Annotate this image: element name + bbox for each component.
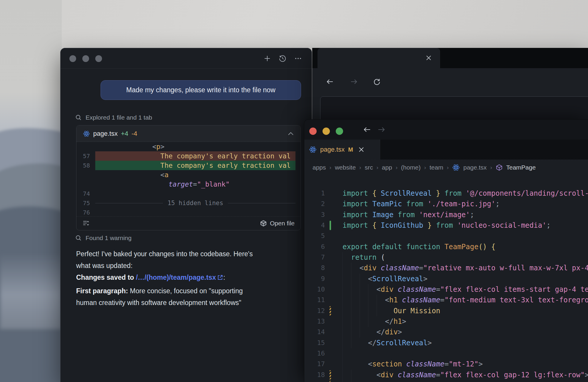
browser-tabstrip xyxy=(312,48,588,68)
breadcrumb-item[interactable]: src xyxy=(365,164,373,171)
activity-explored-label: Explored 1 file and 1 tab xyxy=(86,114,152,121)
diff-row: 57 The company's early traction val xyxy=(76,151,300,161)
line-number: 18 xyxy=(304,370,325,380)
code-line[interactable]: 7 return ( xyxy=(304,252,588,263)
code-line[interactable]: 6export default function TeamPage() { xyxy=(304,242,588,252)
code-line[interactable]: 15 </ScrollReveal> xyxy=(304,338,588,348)
breadcrumb-item[interactable]: website xyxy=(335,164,356,171)
browser-reload-button[interactable] xyxy=(373,78,381,86)
plus-icon xyxy=(263,55,271,62)
window-controls xyxy=(309,128,343,135)
diff-line-number: 75 xyxy=(76,198,90,208)
code-line[interactable]: 18 <div className="flex flex-col gap-12 … xyxy=(304,370,588,380)
history-button[interactable] xyxy=(278,54,287,63)
tab-file-name: page.tsx xyxy=(320,146,345,153)
diff-card-header[interactable]: page.tsx +4 -4 xyxy=(76,125,300,142)
minimize-window-button[interactable] xyxy=(323,128,330,135)
tab-close-button[interactable] xyxy=(425,55,432,61)
code-line[interactable]: 9 <ScrollReveal> xyxy=(304,274,588,284)
open-file-label: Open file xyxy=(270,220,295,227)
chevron-right-icon: › xyxy=(359,164,361,171)
diff-card-footer: Open file xyxy=(76,216,300,230)
expand-lines-button[interactable] xyxy=(82,220,90,227)
search-icon xyxy=(75,114,82,121)
code-text: {/* Main content start */} xyxy=(343,380,495,382)
code-line[interactable]: 5 xyxy=(304,231,588,241)
new-chat-button[interactable] xyxy=(263,55,271,62)
chevron-right-icon: › xyxy=(447,164,449,171)
breadcrumb-item[interactable]: page.tsx xyxy=(463,164,487,171)
editor-forward-button[interactable] xyxy=(377,125,386,134)
chevron-up-icon[interactable] xyxy=(288,132,294,136)
window-controls xyxy=(69,55,102,62)
back-icon xyxy=(326,78,334,86)
git-modified-marker xyxy=(330,381,331,382)
chevron-right-icon: › xyxy=(376,164,378,171)
editor-back-button[interactable] xyxy=(363,125,371,134)
diff-line-number: 57 xyxy=(76,151,90,161)
chevron-right-icon: › xyxy=(424,164,426,171)
browser-forward-button[interactable] xyxy=(350,78,358,86)
code-line[interactable]: 19 {/* Main content start */} xyxy=(304,380,588,382)
editor-titlebar xyxy=(304,120,588,140)
search-icon xyxy=(75,235,82,241)
chevron-right-icon: › xyxy=(396,164,397,171)
tab-modified-badge: M xyxy=(348,146,353,153)
line-number: 15 xyxy=(304,338,325,348)
code-line[interactable]: 12 Our Mission xyxy=(304,306,588,316)
code-text: <h1 className="font-medium text-3xl text… xyxy=(343,295,588,305)
browser-back-button[interactable] xyxy=(326,78,334,86)
tab-close-button[interactable] xyxy=(358,147,364,153)
more-options-button[interactable] xyxy=(294,54,302,63)
line-number: 3 xyxy=(304,210,325,220)
file-link[interactable]: /…/(home)/team/page.tsx xyxy=(136,274,216,281)
line-number: 4 xyxy=(304,220,325,231)
changes-saved-label: Changes saved to xyxy=(76,274,136,281)
hidden-lines-divider[interactable]: 15 hidden lines xyxy=(95,198,295,208)
open-file-button[interactable]: Open file xyxy=(260,220,295,227)
breadcrumb[interactable]: apps›website›src›app›(home)›team› page.t… xyxy=(304,160,588,175)
diff-code-text: target="_blank" xyxy=(95,180,230,189)
line-number: 17 xyxy=(304,359,325,369)
external-link-icon[interactable] xyxy=(217,274,223,280)
breadcrumb-item[interactable]: apps xyxy=(313,164,326,171)
code-editor[interactable]: 1import { ScrollReveal } from '@/compone… xyxy=(304,175,588,382)
code-line[interactable]: 17 <section className="mt-12"> xyxy=(304,359,588,369)
close-window-button[interactable] xyxy=(309,128,317,135)
line-number: 19 xyxy=(304,380,325,382)
code-line[interactable]: 3import Image from 'next/image'; xyxy=(304,210,588,220)
line-number: 8 xyxy=(304,263,325,273)
diff-row: 7515 hidden lines xyxy=(76,198,300,208)
package-icon xyxy=(260,220,267,227)
code-text: import { ScrollReveal } from '@/componen… xyxy=(343,188,588,199)
changes-saved-line: Changes saved to /…/(home)/team/page.tsx… xyxy=(76,272,300,283)
diff-row: target="_blank" xyxy=(76,180,300,189)
code-line[interactable]: 1import { ScrollReveal } from '@/compone… xyxy=(304,188,588,199)
code-line[interactable]: 13 </h1> xyxy=(304,316,588,327)
diff-code-block: <p>57 The company's early traction val58… xyxy=(76,142,300,217)
code-line[interactable]: 11 <h1 className="font-medium text-3xl t… xyxy=(304,295,588,305)
breadcrumb-item[interactable]: (home) xyxy=(401,164,421,171)
zoom-window-button[interactable] xyxy=(95,55,102,62)
code-line[interactable]: 8 <div className="relative mx-auto w-ful… xyxy=(304,263,588,273)
expand-lines-icon xyxy=(82,220,90,227)
code-line[interactable]: 14 </div> xyxy=(304,327,588,337)
code-line[interactable]: 16 xyxy=(304,348,588,359)
editor-tab-active[interactable]: page.tsx M xyxy=(304,140,380,160)
editor-window: page.tsx M apps›website›src›app›(home)›t… xyxy=(304,120,588,382)
assistant-text-line: what was updated: xyxy=(76,260,300,272)
breadcrumb-item[interactable]: TeamPage xyxy=(506,164,536,171)
code-line[interactable]: 10 <div className="flex flex-col items-s… xyxy=(304,284,588,295)
zoom-window-button[interactable] xyxy=(336,128,343,135)
line-number: 5 xyxy=(304,231,325,241)
diff-deletions: -4 xyxy=(131,130,137,138)
breadcrumb-item[interactable]: team xyxy=(430,164,443,171)
git-added-marker xyxy=(330,221,331,230)
code-line[interactable]: 4import { IconGithub } from 'nucleo-soci… xyxy=(304,220,588,231)
breadcrumb-item[interactable]: app xyxy=(382,164,392,171)
code-lines[interactable]: 1import { ScrollReveal } from '@/compone… xyxy=(304,188,588,382)
minimize-window-button[interactable] xyxy=(82,55,89,62)
code-line[interactable]: 2import TeamPic from './team-pic.jpg'; xyxy=(304,199,588,209)
close-window-button[interactable] xyxy=(69,55,76,62)
browser-tab[interactable] xyxy=(318,48,440,68)
